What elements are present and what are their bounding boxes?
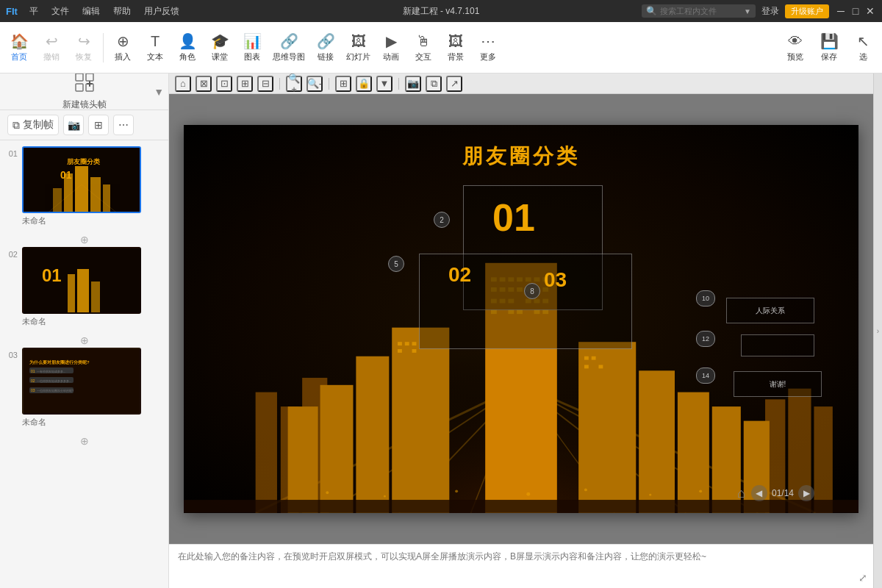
toolbar-interact[interactable]: 🖱 交互 [407,30,440,65]
toolbar-more[interactable]: ⋯ 更多 [472,29,504,65]
lock-dropdown-btn[interactable]: ▼ [376,76,392,92]
slide-thumb-3[interactable]: 为什么要对朋友圈进行分类呢? 01 一有些朋友组成多多... 02 一也很朋友组… [22,348,141,415]
slide-num-2: 02 [4,247,18,259]
svg-rect-10 [90,177,101,213]
svg-rect-18 [68,274,75,314]
slide-spacer-2: ⊕ [4,333,164,348]
toolbar-animate[interactable]: ▶ 动画 [375,29,407,65]
slide-thumb-wrap-1: 朋友圈分类 01 未命名 [22,146,164,226]
slide-thumb-2[interactable]: 01 [22,247,141,314]
layer-btn[interactable]: ⧉ [426,76,442,92]
menu-help[interactable]: 帮助 [107,4,137,19]
notes-expand-button[interactable]: ⤢ [858,572,867,584]
right-collapse-icon: › [877,327,879,335]
slide-thumb-wrap-2: 01 未命名 [22,247,164,327]
fit-all-btn[interactable]: ⊟ [257,76,273,92]
svg-rect-87 [584,356,589,360]
toolbar-insert[interactable]: ⊕ 插入 [107,29,139,65]
svg-rect-89 [584,365,589,369]
svg-rect-0 [76,74,83,81]
toolbar-preview[interactable]: 👁 预览 [779,30,811,65]
toolbar-bg[interactable]: 🖼 背景 [440,30,472,65]
lock-btn[interactable]: 🔒 [356,76,372,92]
notes-area: ⤢ [169,544,873,588]
close-button[interactable]: ✕ [864,5,876,17]
slide-item-3[interactable]: 03 为什么要对朋友圈进行分类呢? 01 一有些朋友组成多多... 02 一也很… [4,348,164,428]
menu-edit[interactable]: 编辑 [76,4,106,19]
toolbar-chart[interactable]: 📊 图表 [236,29,268,65]
upgrade-button[interactable]: 升级账户 [785,4,829,18]
menu-file[interactable]: 文件 [46,4,75,19]
new-frame-icon [74,74,95,96]
toolbar-redo[interactable]: ↪ 恢复 [68,29,100,65]
toolbar-class[interactable]: 🎓 课堂 [204,29,236,65]
canvas-sep-1 [279,78,280,90]
fit-page-btn[interactable]: ⊞ [237,76,253,92]
slide-item-2[interactable]: 02 01 未命名 [4,247,164,327]
spacer-icon-1: ⊕ [80,234,89,245]
toolbar-text[interactable]: T 文本 [139,30,171,65]
align-btn[interactable]: ⊞ [335,76,351,92]
chart-label: 图表 [244,51,260,62]
home-canvas-btn[interactable]: ⌂ [175,76,191,92]
home-icon: 🏠 [10,32,29,50]
mindmap-icon: 🔗 [280,32,298,50]
badge-8: 8 [524,283,540,299]
next-slide-btn[interactable]: ▶ [798,485,814,501]
search-box[interactable]: 🔍 ▼ [642,4,756,18]
slide-canvas[interactable]: 朋友圈分类 01 02 03 2 5 8 人际关系 [184,125,858,513]
toolbar-mindmap[interactable]: 🔗 思维导图 [268,29,309,65]
fit-width-btn[interactable]: ⊠ [196,76,212,92]
home-nav-icon[interactable]: ⌂ [737,486,745,501]
maximize-button[interactable]: □ [850,5,861,17]
camera-canvas-btn[interactable]: 📷 [405,76,421,92]
bg-icon: 🖼 [448,33,463,50]
slides-label: 幻灯片 [346,51,370,62]
svg-rect-80 [712,406,741,513]
slide-item-1[interactable]: 01 朋友圈分类 [4,146,164,226]
toolbar-select[interactable]: ↖ 选 [847,29,879,65]
content-box-5[interactable]: 谢谢! [734,371,822,397]
prev-slide-btn[interactable]: ◀ [751,485,767,501]
canvas-main: 朋友圈分类 01 02 03 2 5 8 人际关系 [169,94,873,544]
toolbar-link[interactable]: 🔗 链接 [309,29,342,65]
more-label: 更多 [480,51,496,62]
svg-rect-88 [592,356,596,360]
toolbar-home[interactable]: 🏠 首页 [3,29,35,65]
svg-rect-74 [356,356,389,513]
fit-button[interactable]: ⊞ [88,115,109,135]
slide-thumb-1[interactable]: 朋友圈分类 01 [22,146,141,213]
svg-point-96 [584,489,587,492]
minimize-button[interactable]: ─ [835,5,847,17]
more-side-button[interactable]: ⋯ [113,115,134,135]
redo-icon: ↪ [78,32,90,50]
content-box-4[interactable] [741,334,814,356]
zoom-in-btn[interactable]: 🔍+ [286,76,302,92]
fit-height-btn[interactable]: ⊡ [216,76,232,92]
zoom-out-btn[interactable]: 🔍- [306,76,323,92]
content-box-3[interactable]: 人际关系 [726,298,814,323]
notes-input[interactable] [178,551,864,582]
right-panel-collapse[interactable]: › [873,74,882,588]
box-label-1: 人际关系 [756,306,785,316]
interact-label: 交互 [415,51,431,62]
menu-feedback[interactable]: 用户反馈 [138,4,185,19]
slide-thumb-wrap-3: 为什么要对朋友圈进行分类呢? 01 一有些朋友组成多多... 02 一也很朋友组… [22,348,164,428]
toolbar-slides[interactable]: 🖼 幻灯片 [342,30,375,65]
badge-2: 2 [434,212,450,228]
export-btn[interactable]: ↗ [446,76,462,92]
new-frame-button[interactable]: 新建镜头帧 [51,74,118,115]
search-dropdown-icon[interactable]: ▼ [744,7,751,15]
toolbar-undo[interactable]: ↩ 撤销 [35,29,68,65]
toolbar-save[interactable]: 💾 保存 [813,29,845,65]
svg-rect-82 [398,343,402,346]
svg-text:一也很朋友组成多多多多...: 一也很朋友组成多多多多... [37,379,71,383]
search-input[interactable] [660,7,741,15]
copy-frame-button[interactable]: ⧉ 复制帧 [7,115,59,135]
login-button[interactable]: 登录 [761,5,779,18]
menu-ping[interactable]: 平 [24,4,44,19]
camera-button[interactable]: 📷 [63,115,84,135]
animate-icon: ▶ [386,32,397,50]
toolbar-role[interactable]: 👤 角色 [171,29,204,65]
sidebar-collapse-button[interactable]: ▼ [154,86,164,98]
